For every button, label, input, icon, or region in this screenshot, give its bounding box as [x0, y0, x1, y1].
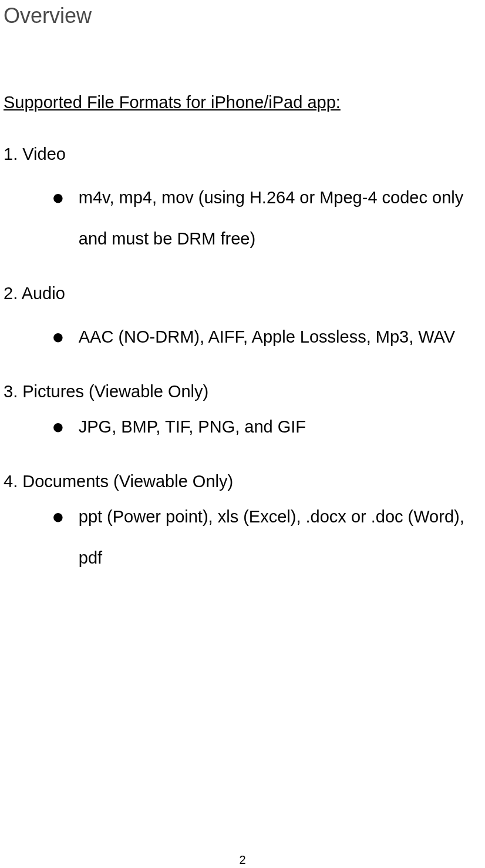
bullet-text-video: m4v, mp4, mov (using H.264 or Mpeg-4 cod…: [79, 177, 478, 259]
bullet-text-audio: AAC (NO-DRM), AIFF, Apple Lossless, Mp3,…: [79, 316, 455, 357]
section-heading-audio: 2. Audio: [4, 284, 485, 303]
section-heading-documents: 4. Documents (Viewable Only): [4, 472, 485, 491]
list-item: ● m4v, mp4, mov (using H.264 or Mpeg-4 c…: [0, 189, 485, 259]
list-item: ● ppt (Power point), xls (Excel), .docx …: [0, 508, 485, 578]
list-item: ● JPG, BMP, TIF, PNG, and GIF: [0, 418, 485, 447]
page-title: Overview: [4, 4, 485, 28]
page-number: 2: [0, 853, 485, 867]
bullet-icon: ●: [52, 508, 65, 525]
list-item: ● AAC (NO-DRM), AIFF, Apple Lossless, Mp…: [0, 328, 485, 357]
bullet-icon: ●: [52, 418, 65, 435]
bullet-icon: ●: [52, 189, 65, 206]
bullet-text-pictures: JPG, BMP, TIF, PNG, and GIF: [79, 406, 306, 447]
bullet-text-documents: ppt (Power point), xls (Excel), .docx or…: [79, 496, 478, 578]
section-heading-video: 1. Video: [4, 145, 485, 164]
bullet-icon: ●: [52, 328, 65, 345]
section-subtitle: Supported File Formats for iPhone/iPad a…: [4, 93, 485, 112]
document-page: Overview Supported File Formats for iPho…: [0, 4, 485, 868]
section-heading-pictures: 3. Pictures (Viewable Only): [4, 382, 485, 401]
